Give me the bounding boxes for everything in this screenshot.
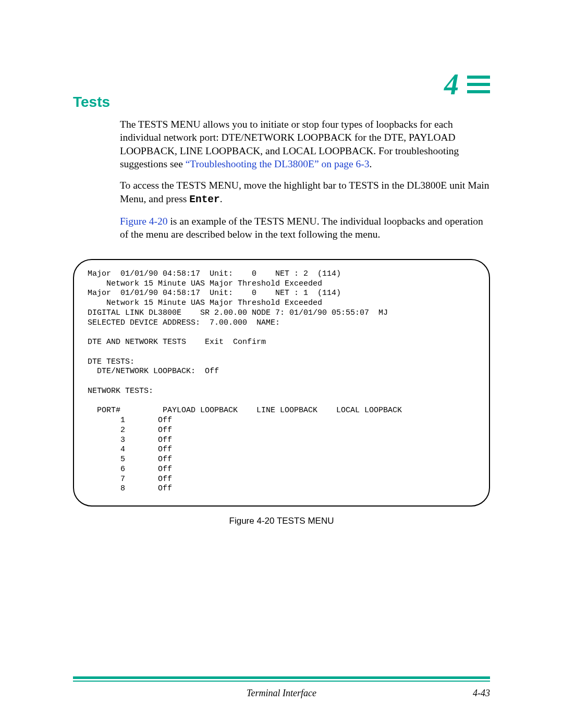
hamburger-icon <box>467 76 490 93</box>
page-footer: Terminal Interface 4-43 <box>73 676 490 699</box>
para3-after: is an example of the TESTS MENU. The ind… <box>120 216 483 240</box>
footer-rule-thick <box>73 676 490 679</box>
page-number: 4-43 <box>448 688 490 699</box>
figure-link[interactable]: Figure 4-20 <box>120 216 168 227</box>
figure-caption: Figure 4-20 TESTS MENU <box>73 516 490 526</box>
paragraph-3: Figure 4-20 is an example of the TESTS M… <box>120 215 490 241</box>
chapter-number: 4 <box>444 68 459 101</box>
para1-after: . <box>370 158 372 169</box>
footer-spacer <box>73 688 115 699</box>
chapter-header: 4 <box>444 68 490 101</box>
paragraph-2: To access the TESTS MENU, move the highl… <box>120 179 490 206</box>
footer-center: Terminal Interface <box>115 688 448 699</box>
section-title: Tests <box>73 94 490 110</box>
terminal-frame: Major 01/01/90 04:58:17 Unit: 0 NET : 2 … <box>73 259 490 507</box>
footer-rule-thin <box>73 681 490 682</box>
troubleshooting-link[interactable]: “Troubleshooting the DL3800E” on page 6-… <box>186 158 370 169</box>
paragraph-1: The TESTS MENU allows you to initiate or… <box>120 118 490 170</box>
para2-after: . <box>220 193 223 204</box>
enter-key: Enter <box>189 194 220 205</box>
para2-before: To access the TESTS MENU, move the highl… <box>120 180 489 204</box>
terminal-content: Major 01/01/90 04:58:17 Unit: 0 NET : 2 … <box>88 269 475 494</box>
